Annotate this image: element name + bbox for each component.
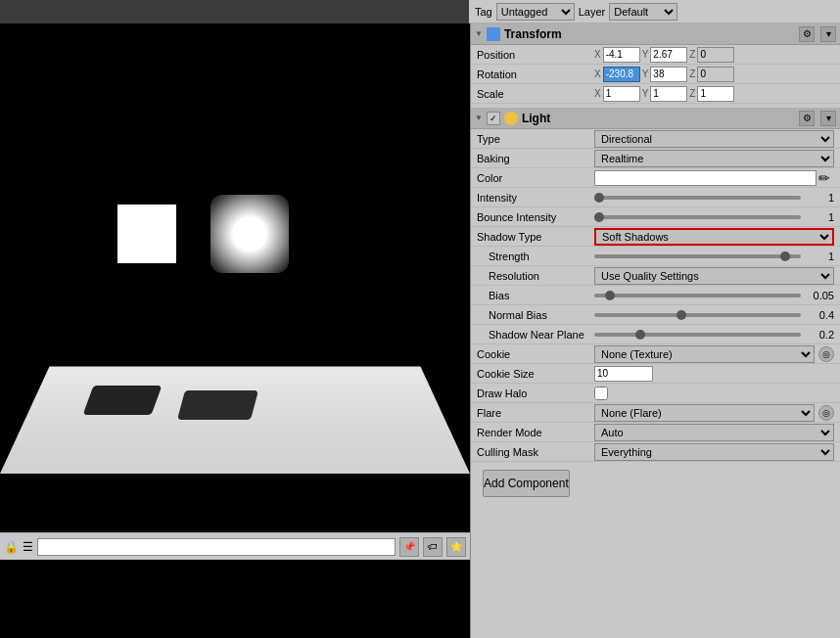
scale-z-label: Z xyxy=(689,88,695,99)
cookie-circle-btn[interactable]: ◎ xyxy=(818,346,834,362)
transform-settings-btn[interactable]: ⚙ xyxy=(799,26,815,42)
shadow-near-plane-value: 0.2 xyxy=(805,329,834,341)
draw-halo-label: Draw Halo xyxy=(477,387,594,399)
intensity-row: Intensity 1 xyxy=(471,188,840,207)
resolution-label: Resolution xyxy=(489,270,594,282)
transform-triangle: ▼ xyxy=(475,29,483,38)
cookie-size-input[interactable] xyxy=(594,366,653,382)
bookmark-btn[interactable]: 📌 xyxy=(399,537,419,557)
pos-z-input[interactable] xyxy=(697,47,734,63)
render-mode-label: Render Mode xyxy=(477,427,594,438)
cookie-size-row: Cookie Size xyxy=(471,364,840,384)
flare-row: Flare None (Flare) ◎ xyxy=(471,403,840,423)
rot-y-label: Y xyxy=(642,68,649,79)
viewport-toolbar: 🔒 ☰ 📌 🏷 ⭐ xyxy=(0,532,470,560)
resolution-row: Resolution Use Quality Settings xyxy=(471,266,840,286)
label-btn[interactable]: 🏷 xyxy=(423,537,443,557)
cookie-size-label: Cookie Size xyxy=(477,368,594,380)
culling-mask-label: Culling Mask xyxy=(477,446,594,458)
scale-y-input[interactable] xyxy=(650,86,687,102)
flare-circle-btn[interactable]: ◎ xyxy=(818,405,834,421)
strength-slider[interactable] xyxy=(594,254,801,258)
light-settings-btn[interactable]: ⚙ xyxy=(799,111,815,126)
bias-label: Bias xyxy=(489,290,594,301)
resolution-select[interactable]: Use Quality Settings xyxy=(594,267,834,285)
bounce-intensity-row: Bounce Intensity 1 xyxy=(471,207,840,227)
light-extra-btn[interactable]: ▾ xyxy=(820,111,836,126)
render-mode-select[interactable]: Auto xyxy=(594,424,834,441)
tag-label: Tag xyxy=(475,6,492,18)
color-swatch[interactable] xyxy=(594,170,817,186)
baking-select[interactable]: Realtime xyxy=(594,150,834,167)
scale-x-input[interactable] xyxy=(603,86,640,102)
draw-halo-checkbox[interactable] xyxy=(594,387,608,400)
render-mode-row: Render Mode Auto xyxy=(471,423,840,442)
layer-select[interactable]: Default xyxy=(609,3,677,21)
culling-mask-select[interactable]: Everything xyxy=(594,443,834,461)
position-row: Position X Y Z xyxy=(471,45,840,65)
tag-select[interactable]: Untagged xyxy=(496,3,575,21)
rot-y-input[interactable] xyxy=(650,67,687,82)
flare-select[interactable]: None (Flare) xyxy=(594,404,815,422)
pos-y-input[interactable] xyxy=(650,47,687,63)
search-input[interactable] xyxy=(37,538,396,556)
position-xyz: X Y Z xyxy=(594,47,834,63)
light-triangle: ▼ xyxy=(475,114,483,122)
strength-row: Strength 1 xyxy=(471,247,840,266)
color-label: Color xyxy=(477,172,594,184)
culling-mask-row: Culling Mask Everything xyxy=(471,442,840,462)
color-picker-icon[interactable]: ✏ xyxy=(818,170,834,186)
bounce-intensity-slider[interactable] xyxy=(594,215,801,219)
add-component-button[interactable]: Add Component xyxy=(483,470,570,497)
scale-row: Scale X Y Z xyxy=(471,84,840,104)
intensity-value: 1 xyxy=(805,192,834,204)
light-section-header: ▼ ✓ Light ⚙ ▾ xyxy=(471,108,840,129)
lock-icon: 🔒 xyxy=(4,540,19,554)
transform-icon xyxy=(487,27,500,41)
strength-label: Strength xyxy=(489,251,594,262)
menu-icon: ☰ xyxy=(23,540,33,554)
rotation-label: Rotation xyxy=(477,68,594,80)
pos-z-label: Z xyxy=(689,49,695,60)
bias-value: 0.05 xyxy=(805,290,834,301)
bias-slider[interactable] xyxy=(594,294,801,297)
light-enable-checkbox[interactable]: ✓ xyxy=(487,112,500,125)
shadow-type-select[interactable]: Soft Shadows xyxy=(594,228,834,246)
shadow-near-plane-slider[interactable] xyxy=(594,333,801,337)
type-row: Type Directional xyxy=(471,129,840,149)
type-label: Type xyxy=(477,133,594,145)
transform-section-header: ▼ Transform ⚙ ▾ xyxy=(471,23,840,45)
transform-extra-btn[interactable]: ▾ xyxy=(820,26,836,42)
pos-x-label: X xyxy=(594,49,601,60)
floor xyxy=(0,367,470,474)
flare-label: Flare xyxy=(477,407,594,419)
type-select[interactable]: Directional xyxy=(594,130,834,148)
scale-z-input[interactable] xyxy=(697,86,734,102)
cookie-row: Cookie None (Texture) ◎ xyxy=(471,344,840,364)
shadow-shape2 xyxy=(177,390,258,420)
shadow-type-label: Shadow Type xyxy=(477,231,594,243)
viewport: 🔒 ☰ 📌 🏷 ⭐ xyxy=(0,23,470,638)
pos-x-input[interactable] xyxy=(603,47,640,63)
shadow-near-plane-label: Shadow Near Plane xyxy=(489,329,594,341)
scale-x-label: X xyxy=(594,88,601,99)
intensity-slider[interactable] xyxy=(594,196,801,200)
cookie-select[interactable]: None (Texture) xyxy=(594,345,815,363)
star-btn[interactable]: ⭐ xyxy=(446,537,466,557)
white-square xyxy=(117,205,176,263)
normal-bias-row: Normal Bias 0.4 xyxy=(471,305,840,325)
rot-x-input[interactable] xyxy=(603,67,640,82)
rotation-xyz: X Y Z xyxy=(594,67,834,82)
shadow-type-row: Shadow Type Soft Shadows xyxy=(471,227,840,247)
light-icon xyxy=(504,112,518,125)
bias-row: Bias 0.05 xyxy=(471,286,840,305)
bounce-intensity-value: 1 xyxy=(805,211,834,223)
intensity-label: Intensity xyxy=(477,192,594,204)
strength-value: 1 xyxy=(805,251,834,262)
position-label: Position xyxy=(477,49,594,61)
rot-z-input[interactable] xyxy=(697,67,734,82)
normal-bias-slider[interactable] xyxy=(594,313,801,317)
rotation-row: Rotation X Y Z xyxy=(471,65,840,84)
glow-circle xyxy=(210,195,289,273)
normal-bias-label: Normal Bias xyxy=(489,309,594,321)
